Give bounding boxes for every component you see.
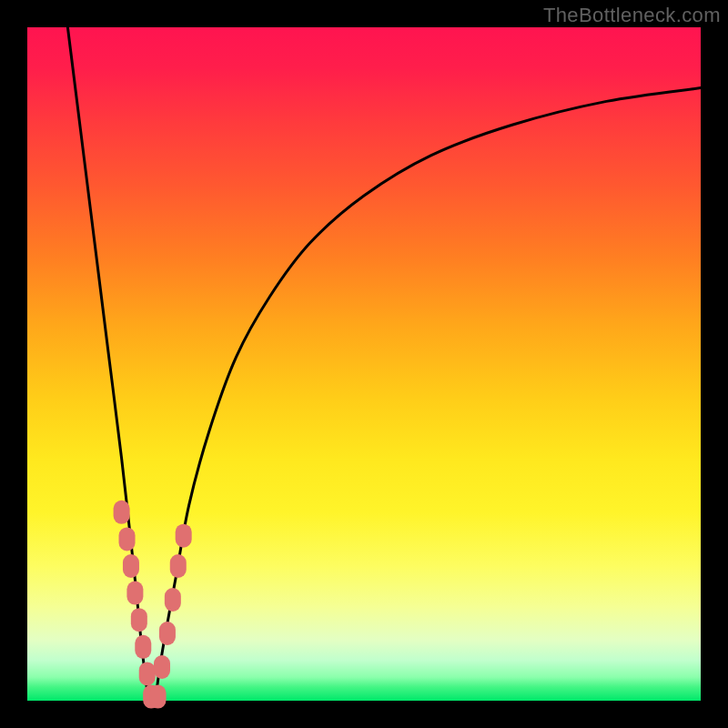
highlight-marker [123,554,139,578]
highlight-marker [150,685,167,709]
chart-plot-area [27,27,701,701]
curve-right-branch [156,88,701,701]
highlight-marker [126,581,143,605]
chart-frame: TheBottleneck.com [0,0,728,728]
highlight-marker [139,662,156,685]
marker-layer [114,500,192,709]
highlight-marker [114,500,130,524]
highlight-marker [170,554,187,578]
highlight-marker [165,588,181,612]
curves-svg [27,27,701,701]
highlight-marker [159,622,176,645]
highlight-marker [176,524,192,548]
highlight-marker [154,655,170,679]
highlight-marker [131,608,147,632]
highlight-marker [135,635,151,659]
curve-layer [67,27,701,701]
watermark-label: TheBottleneck.com [543,4,721,27]
highlight-marker [119,527,136,551]
